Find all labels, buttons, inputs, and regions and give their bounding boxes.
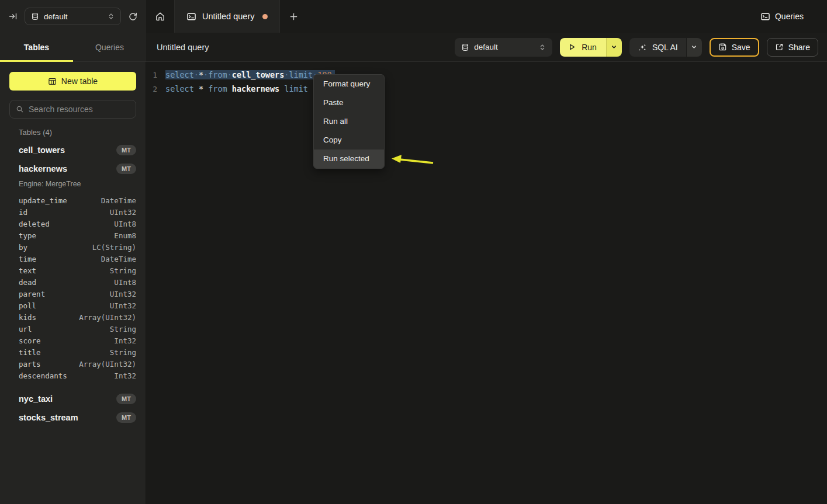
new-table-button[interactable]: New table bbox=[9, 72, 136, 91]
database-icon bbox=[31, 12, 39, 20]
sidebar-tab-queries[interactable]: Queries bbox=[73, 33, 146, 61]
column-row[interactable]: idUInt32 bbox=[19, 206, 136, 218]
column-row[interactable]: urlString bbox=[19, 323, 136, 335]
context-menu-item[interactable]: Run selected bbox=[314, 150, 384, 168]
sparkles-icon bbox=[638, 43, 647, 52]
column-row[interactable]: textString bbox=[19, 265, 136, 276]
query-title: Untitled query bbox=[157, 43, 209, 52]
context-menu-item[interactable]: Copy bbox=[314, 131, 384, 150]
column-name: url bbox=[19, 325, 32, 333]
sql-editor[interactable]: 1select·*·from·cell_towers·limit·1002sel… bbox=[146, 62, 827, 504]
column-type: DateTime bbox=[101, 196, 136, 205]
column-row[interactable]: partsArray(UInt32) bbox=[19, 358, 136, 370]
column-list: update_timeDateTimeidUInt32deletedUInt8t… bbox=[19, 194, 136, 381]
table-engine-label: Engine: MergeTree bbox=[19, 178, 136, 190]
sidebar-header: default bbox=[0, 0, 146, 33]
editor-database-selector[interactable]: default bbox=[455, 38, 552, 57]
column-name: id bbox=[19, 208, 27, 217]
editor-context-menu: Format queryPasteRun allCopyRun selected bbox=[313, 74, 385, 169]
column-row[interactable]: scoreInt32 bbox=[19, 335, 136, 346]
column-row[interactable]: typeEnum8 bbox=[19, 230, 136, 241]
sql-ai-button-label: SQL AI bbox=[652, 43, 678, 52]
column-row[interactable]: kidsArray(UInt32) bbox=[19, 311, 136, 323]
column-row[interactable]: titleString bbox=[19, 346, 136, 358]
home-button[interactable] bbox=[146, 0, 174, 33]
run-split-button: Run bbox=[560, 38, 622, 57]
column-type: Int32 bbox=[114, 336, 136, 345]
code-line[interactable]: 1select·*·from·cell_towers·limit·100 bbox=[146, 68, 827, 82]
column-row[interactable]: parentUInt32 bbox=[19, 288, 136, 300]
column-row[interactable]: descendantsInt32 bbox=[19, 370, 136, 381]
column-name: type bbox=[19, 231, 36, 240]
tab-bar: Untitled query Queries bbox=[146, 0, 827, 33]
database-selector-value: default bbox=[44, 12, 103, 21]
tables-section-label: Tables (4) bbox=[19, 128, 136, 137]
queries-tab-label: Queries bbox=[95, 43, 124, 52]
sql-ai-options-chevron[interactable] bbox=[686, 38, 702, 57]
column-row[interactable]: timeDateTime bbox=[19, 253, 136, 265]
table-name: nyc_taxi bbox=[19, 394, 53, 404]
share-icon bbox=[775, 43, 784, 51]
column-type: Array(UInt32) bbox=[79, 360, 136, 369]
table-item-hackernews[interactable]: hackernews MT bbox=[19, 159, 136, 178]
table-list: cell_towers MT hackernews MT Engine: Mer… bbox=[9, 141, 136, 427]
context-menu-item[interactable]: Run all bbox=[314, 112, 384, 131]
column-type: String bbox=[110, 325, 136, 333]
column-name: parent bbox=[19, 290, 45, 298]
collapse-sidebar-icon bbox=[8, 12, 18, 21]
column-name: time bbox=[19, 255, 36, 263]
column-name: descendants bbox=[19, 371, 67, 380]
column-name: by bbox=[19, 243, 27, 252]
editor-header: Untitled query default Run bbox=[146, 33, 827, 62]
tab-label: Untitled query bbox=[202, 12, 254, 21]
save-button[interactable]: Save bbox=[710, 38, 759, 57]
column-type: LC(String) bbox=[92, 243, 136, 252]
sidebar-tab-tables[interactable]: Tables bbox=[0, 33, 73, 61]
context-menu-item[interactable]: Paste bbox=[314, 93, 384, 112]
sql-ai-split-button: SQL AI bbox=[629, 38, 702, 57]
updown-chevron-icon bbox=[539, 44, 546, 51]
table-item-cell-towers[interactable]: cell_towers MT bbox=[19, 141, 136, 159]
column-type: UInt32 bbox=[110, 290, 136, 298]
search-input[interactable] bbox=[29, 105, 134, 114]
tab-untitled-query[interactable]: Untitled query bbox=[174, 0, 280, 33]
column-type: String bbox=[110, 266, 136, 275]
mergetree-badge: MT bbox=[116, 412, 136, 423]
editor-database-value: default bbox=[474, 43, 534, 51]
editor-toolbar: default Run bbox=[455, 38, 818, 57]
column-name: text bbox=[19, 266, 36, 275]
search-icon bbox=[16, 105, 24, 113]
chevron-down-icon bbox=[691, 44, 697, 50]
column-type: UInt8 bbox=[114, 278, 136, 287]
table-item-stocks-stream[interactable]: stocks_stream MT bbox=[19, 408, 136, 427]
column-type: Enum8 bbox=[114, 231, 136, 240]
column-row[interactable]: deadUInt8 bbox=[19, 276, 136, 288]
code-line[interactable]: 2select * from hackernews limit bbox=[146, 82, 827, 96]
column-name: update_time bbox=[19, 196, 67, 205]
collapse-sidebar-button[interactable] bbox=[8, 12, 18, 21]
sql-ai-button[interactable]: SQL AI bbox=[629, 38, 686, 57]
column-row[interactable]: deletedUInt8 bbox=[19, 218, 136, 230]
database-selector[interactable]: default bbox=[25, 8, 121, 25]
new-tab-button[interactable] bbox=[280, 0, 307, 33]
column-row[interactable]: pollUInt32 bbox=[19, 300, 136, 311]
column-type: Array(UInt32) bbox=[79, 313, 136, 322]
column-name: score bbox=[19, 336, 41, 345]
save-icon bbox=[718, 43, 727, 51]
sidebar-tab-strip: Tables Queries bbox=[0, 33, 146, 62]
column-name: poll bbox=[19, 301, 36, 310]
queries-button[interactable]: Queries bbox=[760, 0, 804, 33]
run-button-label: Run bbox=[582, 43, 597, 52]
table-item-nyc-taxi[interactable]: nyc_taxi MT bbox=[19, 390, 136, 408]
share-button[interactable]: Share bbox=[767, 38, 818, 57]
context-menu-item[interactable]: Format query bbox=[314, 75, 384, 93]
table-grid-icon bbox=[48, 77, 57, 86]
run-options-chevron[interactable] bbox=[606, 38, 622, 57]
column-row[interactable]: byLC(String) bbox=[19, 241, 136, 253]
refresh-button[interactable] bbox=[128, 12, 138, 22]
play-icon bbox=[568, 43, 576, 51]
column-row[interactable]: update_timeDateTime bbox=[19, 194, 136, 206]
run-button[interactable]: Run bbox=[560, 38, 606, 57]
updown-chevron-icon bbox=[108, 13, 115, 20]
column-name: title bbox=[19, 348, 41, 357]
